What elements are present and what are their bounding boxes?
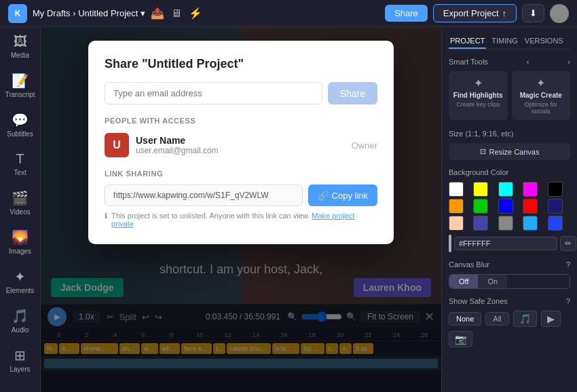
left-sidebar: 🖼 Media 📝 Transcript 💬 Subtitles T Text … [0,27,41,392]
resize-canvas-button[interactable]: ⊡ Resize Canvas [449,143,570,160]
sidebar-item-images[interactable]: 🌄 Images [9,229,31,255]
color-hex-input[interactable] [454,237,557,250]
swatch-lightblue[interactable] [523,216,538,231]
user-avatar: U [105,133,129,157]
sidebar-item-media[interactable]: 🖼 Media [11,34,29,59]
swatch-indigo[interactable] [473,216,488,231]
smart-tools-label: Smart Tools [449,58,488,66]
breadcrumb-arrow: ▾ [141,8,145,18]
sidebar-label-text: Text [14,169,26,176]
share-modal: Share "Untitled Project" Share PEOPLE WI… [88,41,394,244]
audio-icon: 🎵 [12,308,29,324]
swatch-black[interactable] [548,182,563,197]
transcript-icon: 📝 [12,73,29,89]
monitor-icon[interactable]: 🖥 [171,7,182,20]
tool-magic-create[interactable]: ✦ Magic Create Optimize for socials [512,71,571,120]
user-name: User Name [136,135,345,146]
sidebar-item-layers[interactable]: ⊞ Layers [10,347,30,373]
size-label: Size (1:1, 9:16, etc) [449,130,570,138]
download-button[interactable]: ⬇ [522,4,544,22]
app-logo: K [8,4,27,23]
sidebar-item-videos[interactable]: 🎬 Videos [10,190,30,216]
copy-link-label: Copy link [332,191,368,201]
selected-color-swatch[interactable] [449,235,451,252]
link-note: ℹ This project is set to unlisted. Anyon… [105,212,377,228]
panel-nav-prev[interactable]: ‹ [527,58,529,66]
zone-none-button[interactable]: None [449,312,481,326]
panel-tabs: PROJECT TIMING VERSIONS [449,34,570,50]
share-button[interactable]: Share [385,5,428,22]
swatch-blue[interactable] [498,199,513,214]
avatar[interactable] [550,4,569,23]
link-note-text: This project is set to unlisted. Anyone … [111,212,377,228]
swatch-white[interactable] [449,182,464,197]
tool-desc-highlights: Create key clips [456,101,500,108]
layers-icon: ⊞ [14,347,26,364]
sidebar-label-media: Media [11,52,29,59]
text-icon: T [16,151,24,167]
copy-link-button[interactable]: 🔗 Copy link [308,184,377,206]
right-panel: PROJECT TIMING VERSIONS Smart Tools ‹ › … [441,27,577,392]
sidebar-label-transcript: Transcript [5,91,35,98]
safe-zones-section: Show Safe Zones ? None All 🎵 ▶ 📷 [449,297,570,347]
blur-off-option[interactable]: Off [449,275,478,288]
zone-youtube-button[interactable]: ▶ [541,311,561,327]
swatch-darkblue[interactable] [548,199,563,214]
modal-overlay[interactable]: Share "Untitled Project" Share PEOPLE WI… [41,27,441,392]
tab-timing[interactable]: TIMING [490,34,519,49]
tab-versions[interactable]: VERSIONS [523,34,565,49]
swatch-peach[interactable] [449,216,464,231]
sidebar-label-audio: Audio [12,326,29,334]
sidebar-label-elements: Elements [6,287,35,294]
sidebar-item-text[interactable]: T Text [14,151,26,176]
main-layout: 🖼 Media 📝 Transcript 💬 Subtitles T Text … [0,27,577,392]
sidebar-item-elements[interactable]: ✦ Elements [6,269,35,294]
breadcrumb: My Drafts › Untitled Project ▾ [33,8,145,18]
upload-icon[interactable]: 📤 [151,7,164,20]
user-info: User Name user.email@gmail.com [136,135,345,155]
swatch-green[interactable] [473,199,488,214]
smart-tools-grid: ✦ Find Highlights Create key clips ✦ Mag… [449,71,570,120]
sidebar-item-transcript[interactable]: 📝 Transcript [5,73,35,98]
breadcrumb-project[interactable]: Untitled Project [78,8,138,18]
swatch-magenta[interactable] [523,182,538,197]
user-role: Owner [352,140,377,151]
sidebar-label-images: Images [9,248,31,255]
swatch-cyan[interactable] [498,182,513,197]
color-picker-button[interactable]: ✏ [560,236,576,251]
people-row: U User Name user.email@gmail.com Owner [105,133,377,157]
swatch-medblue[interactable] [548,216,563,231]
blur-section: Canvas Blur ? Off On [449,260,570,289]
topbar: K My Drafts › Untitled Project ▾ 📤 🖥 ⚡ S… [0,0,577,27]
swatch-red[interactable] [523,199,538,214]
export-button[interactable]: Export Project ↑ [433,4,517,22]
sidebar-item-subtitles[interactable]: 💬 Subtitles [7,112,33,138]
blur-label: Canvas Blur ? [449,260,570,269]
swatch-gray[interactable] [498,216,513,231]
highlights-icon: ✦ [474,77,483,90]
zone-instagram-button[interactable]: 📷 [449,331,472,347]
modal-share-button[interactable]: Share [328,82,377,104]
sidebar-label-subtitles: Subtitles [7,130,33,138]
lightning-icon[interactable]: ⚡ [189,7,202,20]
blur-help-icon: ? [566,260,570,269]
link-input[interactable] [105,184,303,206]
videos-icon: 🎬 [12,190,29,206]
blur-on-option[interactable]: On [478,275,507,288]
panel-nav-next[interactable]: › [567,58,570,66]
zone-tiktok-button[interactable]: 🎵 [513,311,537,327]
tool-find-highlights[interactable]: ✦ Find Highlights Create key clips [449,71,508,120]
tab-project[interactable]: PROJECT [449,34,486,49]
email-input[interactable] [105,82,322,104]
topbar-left: K My Drafts › Untitled Project ▾ 📤 🖥 ⚡ [8,4,379,23]
sidebar-label-videos: Videos [10,208,30,216]
zone-all-button[interactable]: All [485,312,508,326]
link-section-label: LINK SHARING [105,170,377,178]
swatch-yellow[interactable] [473,182,488,197]
breadcrumb-prefix[interactable]: My Drafts [33,8,71,18]
magic-icon: ✦ [536,77,545,90]
center-area: shortcut. I am your host, Jack, Jack Dod… [41,27,441,392]
tool-desc-magic: Optimize for socials [516,101,567,115]
sidebar-item-audio[interactable]: 🎵 Audio [12,308,29,334]
swatch-orange[interactable] [449,199,464,214]
